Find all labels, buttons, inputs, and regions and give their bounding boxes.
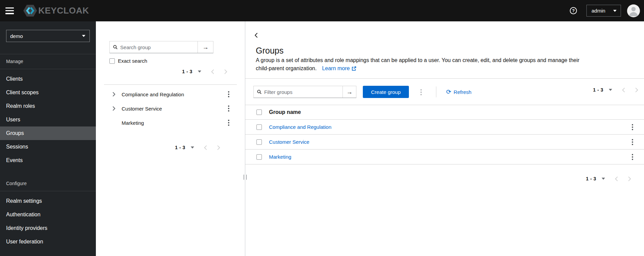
create-group-button[interactable]: Create group xyxy=(363,86,409,98)
exact-search-checkbox[interactable] xyxy=(109,58,115,64)
collapse-panel-chevron-icon[interactable] xyxy=(254,33,258,38)
pagination-next-button[interactable] xyxy=(635,87,639,93)
filter-groups-input[interactable] xyxy=(264,89,340,95)
tree-item: Marketing xyxy=(96,116,245,130)
group-link[interactable]: Customer Service xyxy=(269,139,309,145)
filter-field xyxy=(254,86,342,98)
refresh-button[interactable]: ⟳ Refresh xyxy=(446,86,472,98)
group-search-submit-button[interactable]: → xyxy=(198,41,213,53)
page-description: A group is a set of attributes and role … xyxy=(256,56,579,73)
tree-item-label[interactable]: Customer Service xyxy=(122,106,162,112)
pagination-prev-button[interactable] xyxy=(622,87,625,93)
pagination-menu-caret-icon[interactable] xyxy=(609,89,612,91)
nav-section-manage: Manage Clients Client scopes Realm roles… xyxy=(0,54,96,170)
sidebar-nav: Manage Clients Client scopes Realm roles… xyxy=(0,54,96,252)
expand-chevron-icon[interactable] xyxy=(112,106,116,111)
pagination-prev-button[interactable] xyxy=(615,176,618,181)
pagination-range[interactable]: 1 - 3 xyxy=(182,69,192,74)
kebab-menu-icon[interactable] xyxy=(227,91,230,98)
tree-item-label[interactable]: Compliance and Regulation xyxy=(122,92,184,97)
brand-wordmark: KEYCLOAK xyxy=(38,5,89,16)
tree-item-label[interactable]: Marketing xyxy=(122,120,144,126)
pagination-range[interactable]: 1 - 3 xyxy=(175,145,185,150)
row-checkbox[interactable] xyxy=(256,139,262,145)
external-link-icon xyxy=(352,66,356,71)
user-dropdown[interactable]: admin xyxy=(586,5,621,17)
realm-selector[interactable]: demo xyxy=(6,30,90,42)
pagination-menu-caret-icon[interactable] xyxy=(191,146,194,149)
masthead-right: ? admin xyxy=(570,4,640,17)
group-search-field xyxy=(110,41,198,53)
avatar[interactable] xyxy=(627,4,640,17)
sidebar-item-user-federation[interactable]: User federation xyxy=(0,235,96,249)
row-kebab-menu-icon[interactable] xyxy=(631,138,634,146)
sidebar-item-realm-roles[interactable]: Realm roles xyxy=(0,99,96,113)
hamburger-menu-icon[interactable] xyxy=(5,7,14,14)
panel-resize-handle[interactable] xyxy=(244,175,247,180)
sidebar-item-identity-providers[interactable]: Identity providers xyxy=(0,221,96,235)
sidebar-item-groups[interactable]: Groups xyxy=(0,126,96,140)
row-kebab-menu-icon[interactable] xyxy=(631,153,634,161)
masthead: KEYCLOAK ? admin xyxy=(0,0,644,21)
toolbar-kebab-menu-icon[interactable] xyxy=(420,88,422,96)
learn-more-link[interactable]: Learn more xyxy=(322,65,356,71)
sidebar-item-clients[interactable]: Clients xyxy=(0,72,96,86)
sidebar-item-realm-settings[interactable]: Realm settings xyxy=(0,194,96,208)
description-line-2-text: child-parent organization. xyxy=(256,65,317,71)
row-kebab-menu-icon[interactable] xyxy=(631,123,634,131)
nav-section-label: Configure xyxy=(0,176,96,191)
tree-item: Customer Service xyxy=(96,101,245,116)
group-tree-panel: → Exact search 1 - 3 Compliance and Regu… xyxy=(96,21,245,256)
pagination-next-button[interactable] xyxy=(224,69,228,74)
refresh-label: Refresh xyxy=(454,89,472,95)
pagination-menu-caret-icon[interactable] xyxy=(198,71,201,73)
header-divider xyxy=(245,78,644,79)
sidebar-item-sessions[interactable]: Sessions xyxy=(0,140,96,154)
expand-chevron-icon[interactable] xyxy=(112,92,116,97)
pagination-prev-button[interactable] xyxy=(204,145,207,150)
filter-submit-button[interactable]: → xyxy=(342,86,356,98)
group-link[interactable]: Compliance and Regulation xyxy=(269,124,331,130)
description-line-2: child-parent organization.Learn more xyxy=(256,64,579,73)
table-row: Compliance and Regulation xyxy=(245,120,644,135)
pagination-range[interactable]: 1 - 3 xyxy=(586,176,596,181)
nav-section-label: Manage xyxy=(0,54,96,69)
table-row: Customer Service xyxy=(245,135,644,150)
kebab-menu-icon[interactable] xyxy=(227,105,230,112)
search-icon xyxy=(257,90,262,94)
sidebar-item-users[interactable]: Users xyxy=(0,113,96,126)
sidebar-item-events[interactable]: Events xyxy=(0,154,96,167)
toolbar-separator xyxy=(436,86,436,97)
help-glyph: ? xyxy=(572,8,575,13)
groups-toolbar: → Create group ⟳ Refresh 1 - 3 xyxy=(245,86,644,98)
exact-search-label: Exact search xyxy=(118,58,147,64)
tree-pagination-top: 1 - 3 xyxy=(182,69,228,74)
group-link[interactable]: Marketing xyxy=(269,154,291,160)
exact-search-row: Exact search xyxy=(109,58,147,64)
group-search-input[interactable] xyxy=(120,44,195,50)
pagination-next-button[interactable] xyxy=(217,145,221,150)
sidebar-item-client-scopes[interactable]: Client scopes xyxy=(0,86,96,99)
table-pagination-top: 1 - 3 xyxy=(593,87,639,93)
kebab-menu-icon[interactable] xyxy=(227,119,230,126)
row-checkbox[interactable] xyxy=(256,124,262,130)
select-all-checkbox[interactable] xyxy=(256,110,262,115)
group-tree: Compliance and Regulation Customer Servi… xyxy=(96,87,245,130)
person-icon xyxy=(627,4,640,17)
sidebar-item-authentication[interactable]: Authentication xyxy=(0,208,96,221)
user-dropdown-label: admin xyxy=(591,8,605,14)
pagination-prev-button[interactable] xyxy=(211,69,214,74)
search-icon xyxy=(113,45,118,50)
keycloak-logo[interactable]: KEYCLOAK xyxy=(23,4,89,17)
page-title: Groups xyxy=(256,46,284,56)
help-icon[interactable]: ? xyxy=(570,7,577,14)
pagination-menu-caret-icon[interactable] xyxy=(602,178,605,180)
learn-more-label: Learn more xyxy=(322,65,350,71)
row-checkbox[interactable] xyxy=(256,154,262,160)
pagination-next-button[interactable] xyxy=(628,176,631,181)
column-header-group-name: Group name xyxy=(269,109,301,115)
filter-group: → xyxy=(253,86,356,98)
pagination-range[interactable]: 1 - 3 xyxy=(593,87,603,93)
tree-divider xyxy=(104,84,237,85)
table-row: Marketing xyxy=(245,150,644,164)
